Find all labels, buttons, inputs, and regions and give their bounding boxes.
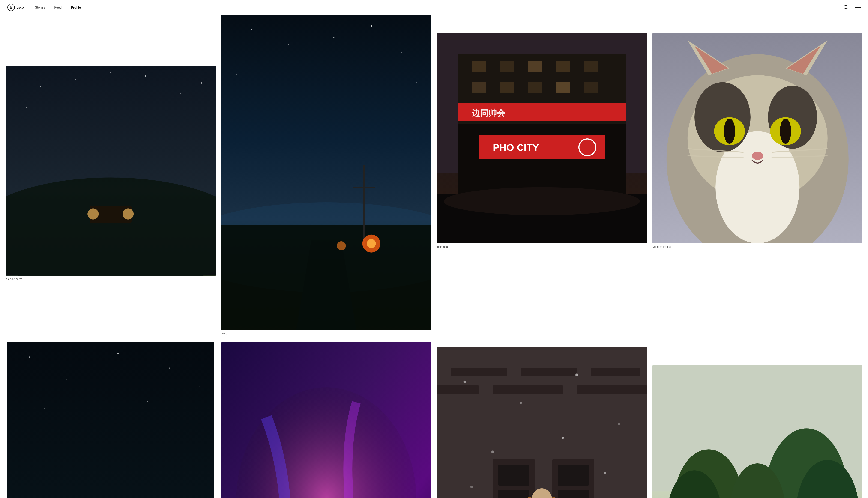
svg-rect-39 [472,61,486,72]
photo-col-1: alan-cisneros [5,66,216,281]
svg-point-22 [288,44,289,45]
svg-rect-40 [500,61,514,72]
photo-username: alan-cisneros [5,277,216,281]
svg-point-21 [250,29,252,31]
main-content: alan-cisneros [0,0,868,498]
photo-username: yusufemirbolat [652,245,863,248]
photo-col-6 [221,342,431,498]
svg-point-105 [463,380,466,383]
svg-rect-41 [528,61,542,72]
svg-rect-100 [558,464,589,486]
photo-col-2: vrarjun [221,15,431,335]
photo-item[interactable]: yusufemirbolat [652,33,863,248]
photo-item[interactable]: vrarjun [221,15,431,335]
photo-image [221,342,431,498]
svg-point-108 [618,423,620,425]
photo-col-8 [652,365,863,498]
photo-image: 边同帅会 PHO CITY [437,33,647,243]
search-icon[interactable] [844,5,848,10]
svg-point-56 [444,187,640,215]
photo-item[interactable] [652,365,863,498]
photo-thumbnail [652,33,863,243]
svg-point-109 [491,450,494,453]
photo-svg [652,365,863,498]
photo-thumbnail [437,347,647,498]
svg-rect-30 [221,225,431,330]
nav-link-feed[interactable]: Feed [54,5,62,9]
photo-item[interactable] [5,342,216,498]
svg-point-14 [201,82,202,84]
photo-item[interactable]: 边同帅会 PHO CITY [437,33,647,248]
photo-svg [652,33,863,243]
svg-point-23 [371,25,372,27]
svg-rect-76 [8,342,214,498]
nav-link-stories[interactable]: Stories [35,5,45,9]
menu-icon[interactable] [855,5,860,10]
svg-point-81 [199,386,199,387]
logo[interactable]: vsco [8,4,24,11]
photo-thumbnail [221,342,431,498]
svg-point-35 [337,241,346,250]
svg-rect-43 [584,61,598,72]
svg-rect-90 [451,368,507,376]
svg-point-70 [780,119,791,144]
svg-point-19 [122,208,134,220]
svg-point-34 [367,239,376,248]
photo-svg [5,66,216,276]
svg-point-13 [26,107,27,108]
photo-svg [221,342,431,498]
svg-point-12 [180,93,181,94]
nav-links: Stories Feed Profile [35,5,844,9]
photo-username: gelamea [437,245,647,248]
photo-username: vrarjun [221,332,431,335]
svg-rect-101 [558,490,589,498]
photo-svg [437,347,647,498]
svg-point-69 [724,119,735,144]
svg-point-110 [604,472,606,474]
svg-point-106 [520,402,522,404]
photo-col-3: 边同帅会 PHO CITY [437,33,647,248]
photo-image [221,15,431,330]
svg-rect-99 [498,490,529,498]
nav-link-profile[interactable]: Profile [71,5,81,9]
svg-point-111 [470,486,473,488]
svg-rect-42 [556,61,570,72]
photo-thumbnail: 边同帅会 PHO CITY [437,33,647,243]
photo-row-1: alan-cisneros [5,15,863,335]
svg-rect-93 [437,385,479,394]
svg-rect-94 [493,385,563,394]
svg-rect-91 [521,368,577,376]
svg-point-80 [169,367,170,368]
svg-point-107 [575,374,578,376]
svg-point-71 [752,152,763,160]
svg-point-11 [145,75,146,77]
photo-item[interactable] [221,342,431,498]
svg-rect-98 [498,464,529,486]
photo-item[interactable]: alan-cisneros [5,66,216,281]
photo-image [652,33,863,243]
svg-point-112 [562,437,564,439]
photo-thumbnail [652,365,863,498]
photo-svg [221,15,431,330]
svg-point-82 [44,408,45,409]
photo-svg: 边同帅会 PHO CITY [437,33,647,243]
photo-col-5 [5,342,216,498]
photo-item[interactable] [437,347,647,498]
svg-point-9 [40,86,41,87]
logo-circle [8,4,15,11]
svg-point-18 [88,208,99,220]
svg-rect-44 [472,82,486,93]
photo-thumbnail [5,342,216,498]
photo-thumbnail [221,15,431,330]
svg-point-26 [236,74,237,76]
photo-svg [5,342,216,498]
svg-point-78 [66,379,67,380]
nav-actions [844,5,860,10]
svg-point-16 [5,178,216,276]
svg-point-79 [117,352,119,354]
svg-point-27 [416,82,416,82]
svg-rect-92 [591,368,640,376]
svg-point-10 [75,79,76,80]
svg-point-77 [29,356,30,357]
svg-line-4 [847,8,848,10]
